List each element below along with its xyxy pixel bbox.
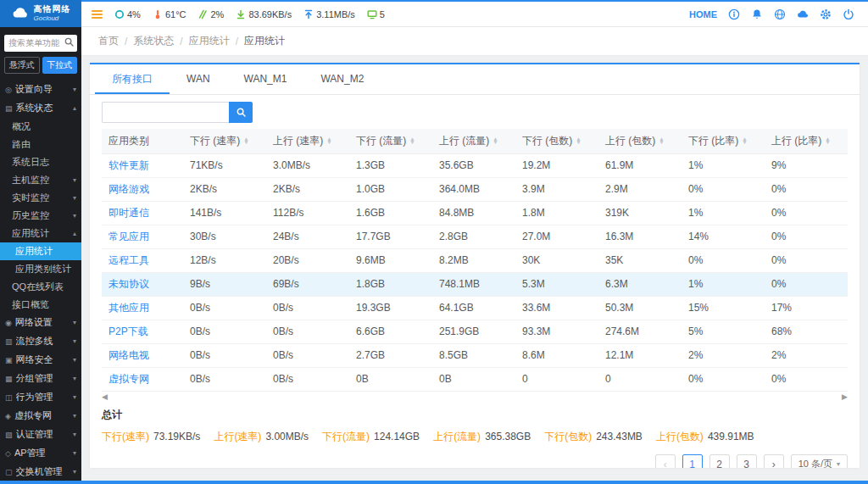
app-category-link[interactable]: 网络电视	[102, 343, 183, 367]
sidebar-item[interactable]: ▥流控多线▾	[0, 332, 81, 351]
sidebar-item[interactable]: ▤系统状态▴	[0, 99, 81, 118]
search-button[interactable]	[229, 102, 253, 123]
sidebar-item[interactable]: ◫行为管理▾	[0, 388, 81, 407]
search-icon[interactable]	[64, 36, 75, 47]
app-category-link[interactable]: P2P下载	[102, 320, 183, 343]
app-category-link[interactable]: 常见应用	[102, 225, 183, 248]
app-search-input[interactable]	[102, 102, 229, 123]
app-category-link[interactable]: 网络游戏	[102, 177, 183, 201]
column-header[interactable]: 应用类别	[102, 129, 183, 153]
column-header[interactable]: 上行 (包数)▲▼	[598, 129, 682, 153]
sidebar-subitem[interactable]: 接口概览	[0, 296, 81, 314]
tab-WAN_M1[interactable]: WAN_M1	[227, 64, 304, 94]
info-icon[interactable]	[728, 8, 740, 20]
cloud-icon[interactable]	[797, 8, 809, 20]
sidebar-subitem[interactable]: 应用统计▴	[0, 225, 81, 242]
home-link[interactable]: HOME	[689, 9, 717, 19]
app-category-link[interactable]: 虚拟专网	[102, 367, 183, 391]
sidebar-subsubitem[interactable]: 应用统计	[0, 242, 81, 260]
app-category-link[interactable]: 其他应用	[102, 296, 183, 320]
column-header[interactable]: 上行 (流量)▲▼	[432, 129, 515, 153]
next-page-button[interactable]: ›	[764, 454, 784, 469]
sidebar-subitem[interactable]: 概况	[0, 118, 81, 136]
sort-icon[interactable]: ▲▼	[409, 137, 415, 144]
tab-WAN_M2[interactable]: WAN_M2	[303, 64, 381, 94]
sidebar-item-label: 设置向导	[15, 83, 71, 96]
language-globe-icon[interactable]	[774, 8, 786, 20]
table-row[interactable]: 其他应用0B/s0B/s19.3GB64.1GB33.6M50.3M15%17%	[102, 296, 848, 320]
table-cell: 1.8GB	[349, 272, 432, 296]
app-category-link[interactable]: 远程工具	[102, 248, 183, 272]
app-category-link[interactable]: 软件更新	[102, 153, 183, 177]
table-row[interactable]: 软件更新71KB/s3.0MB/s1.3GB35.6GB19.2M61.9M1%…	[102, 153, 848, 177]
sidebar-item[interactable]: ▦分组管理▾	[0, 370, 81, 388]
page-button-1[interactable]: 1	[682, 454, 703, 469]
notification-icon[interactable]	[751, 8, 763, 20]
sidebar-item[interactable]: ▧认证管理▾	[0, 426, 81, 444]
logout-power-icon[interactable]	[843, 8, 854, 20]
sidebar-item[interactable]: ▢交换机管理▾	[0, 463, 81, 481]
sort-icon[interactable]: ▲▼	[326, 137, 331, 144]
table-row[interactable]: 网络电视0B/s0B/s2.7GB8.5GB8.6M12.1M2%2%	[102, 343, 848, 367]
sidebar-subitem[interactable]: 主机监控▾	[0, 171, 81, 189]
sort-icon[interactable]: ▲▼	[659, 137, 664, 144]
table-cell: 1.3GB	[349, 153, 432, 177]
sidebar-item[interactable]: ◎设置向导▾	[0, 81, 81, 99]
breadcrumb-item[interactable]: 系统状态	[133, 34, 174, 48]
sidebar-subitem[interactable]: 历史监控▾	[0, 207, 81, 225]
sort-icon[interactable]: ▲▼	[576, 137, 581, 144]
breadcrumb-item: 应用统计	[244, 34, 285, 48]
app-category-link[interactable]: 未知协议	[102, 272, 183, 296]
column-header[interactable]: 上行 (速率)▲▼	[266, 129, 349, 153]
chevron-down-icon: ▾	[73, 393, 76, 401]
column-header[interactable]: 下行 (比率)▲▼	[682, 129, 765, 153]
chevron-down-icon: ▾	[73, 412, 76, 420]
app-category-link[interactable]: 即时通信	[102, 201, 183, 225]
sidebar-subitem[interactable]: QQ在线列表	[0, 278, 81, 296]
sort-icon[interactable]: ▲▼	[243, 137, 248, 144]
table-row[interactable]: 远程工具12B/s20B/s9.6MB8.2MB30K35K0%0%	[102, 248, 848, 272]
page-button-2[interactable]: 2	[709, 454, 730, 469]
sidebar-item-label: 流控多线	[16, 335, 71, 348]
page-size-select[interactable]: 10 条/页▾	[791, 454, 848, 469]
scroll-right-icon[interactable]: ▶	[842, 392, 848, 402]
scroll-left-icon[interactable]: ◀	[102, 392, 108, 402]
sidebar-item[interactable]: ◉网络设置▾	[0, 314, 81, 332]
cpu-icon	[114, 9, 125, 19]
sort-icon[interactable]: ▲▼	[825, 137, 830, 144]
sidebar-subitem[interactable]: 路由	[0, 136, 81, 153]
sidebar-mode-tab[interactable]: 悬浮式	[4, 57, 40, 74]
breadcrumb-item[interactable]: 应用统计	[189, 34, 230, 48]
column-header[interactable]: 上行 (比率)▲▼	[765, 129, 848, 153]
table-row[interactable]: P2P下载0B/s0B/s6.6GB251.9GB93.3M274.6M5%68…	[102, 320, 848, 343]
breadcrumb-item[interactable]: 首页	[98, 34, 119, 48]
sidebar-subitem[interactable]: 实时监控▾	[0, 189, 81, 207]
toolbar-stat: 3.11MB/s	[303, 9, 355, 19]
table-cell: 0%	[765, 177, 848, 201]
sidebar-item[interactable]: ◈虚拟专网▾	[0, 407, 81, 426]
table-row[interactable]: 常见应用30B/s24B/s17.7GB2.8GB27.0M16.3M14%0%	[102, 225, 848, 248]
sidebar-mode-tab[interactable]: 下拉式	[42, 57, 78, 74]
sidebar-subsubitem[interactable]: 应用类别统计	[0, 260, 81, 278]
sidebar-item[interactable]: ▣网络安全▾	[0, 351, 81, 370]
tab-WAN[interactable]: WAN	[170, 64, 227, 94]
sidebar-item-label: 网络设置	[15, 316, 71, 329]
column-header[interactable]: 下行 (流量)▲▼	[349, 129, 432, 153]
sort-icon[interactable]: ▲▼	[492, 137, 498, 144]
page-button-3[interactable]: 3	[737, 454, 757, 469]
table-row[interactable]: 虚拟专网0B/s0B/s0B0B000%0%	[102, 367, 848, 391]
sidebar-item[interactable]: ◇AP管理▾	[0, 444, 81, 463]
sidebar-subitem[interactable]: 系统日志	[0, 153, 81, 171]
column-header[interactable]: 下行 (包数)▲▼	[515, 129, 598, 153]
tab-所有接口[interactable]: 所有接口	[95, 64, 170, 94]
table-row[interactable]: 未知协议9B/s69B/s1.8GB748.1MB5.3M6.3M1%0%	[102, 272, 848, 296]
table-row[interactable]: 即时通信141B/s112B/s1.6GB84.8MB1.8M319K1%0%	[102, 201, 848, 225]
settings-gear-icon[interactable]	[820, 8, 832, 20]
sort-icon[interactable]: ▲▼	[742, 137, 747, 144]
column-header[interactable]: 下行 (速率)▲▼	[183, 129, 266, 153]
table-cell: 64.1GB	[432, 296, 515, 320]
horizontal-scrollbar[interactable]: ◀ ▶	[102, 392, 848, 402]
menu-collapse-icon[interactable]	[92, 10, 103, 19]
table-row[interactable]: 网络游戏2KB/s2KB/s1.0GB364.0MB3.9M2.9M0%0%	[102, 177, 848, 201]
prev-page-button[interactable]: ‹	[655, 454, 676, 469]
